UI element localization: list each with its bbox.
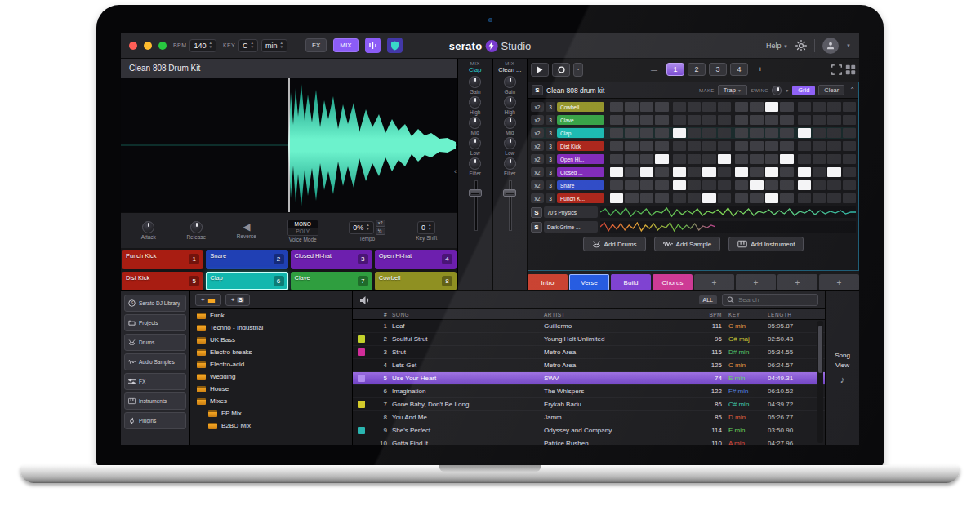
step-grid[interactable]: [606, 141, 856, 151]
count-chip[interactable]: 3: [546, 167, 555, 177]
count-chip[interactable]: 3: [546, 102, 555, 112]
clear-button[interactable]: Clear: [818, 85, 844, 95]
step-grid[interactable]: [606, 154, 856, 164]
sidebar-item-plugins[interactable]: Plugins: [124, 412, 186, 429]
search-box[interactable]: [722, 294, 818, 306]
repeat-chip[interactable]: x2: [531, 180, 544, 190]
sidebar-item-instruments[interactable]: Instruments: [124, 392, 186, 410]
track-row[interactable]: 8You And MeJamm85D min05:26.77: [353, 411, 825, 424]
column-key[interactable]: KEY: [728, 312, 768, 317]
track-row[interactable]: 4Lets GetMetro Area125C min06:24.57: [353, 359, 825, 372]
add-sample-button[interactable]: Add Sample: [654, 237, 721, 251]
mixer-collapse-chevron[interactable]: ‹: [454, 167, 457, 175]
pattern-3-button[interactable]: 3: [709, 63, 727, 76]
channel-fader[interactable]: [502, 180, 517, 231]
grid-button[interactable]: Grid: [792, 86, 815, 95]
sidebar-item-serato-dj-library[interactable]: S Serato DJ Library: [124, 295, 186, 312]
reverse-button[interactable]: ◀Reverse: [237, 222, 256, 239]
crate-item-wedding[interactable]: Wedding: [190, 370, 352, 383]
pad-clap[interactable]: Clap6: [206, 272, 287, 291]
count-chip[interactable]: 3: [546, 193, 555, 203]
add-section-button[interactable]: +: [736, 274, 776, 290]
count-in-button[interactable]: ·: [573, 63, 583, 77]
release-knob[interactable]: Release: [186, 221, 206, 240]
step-grid[interactable]: [606, 115, 856, 125]
section-build[interactable]: Build: [611, 274, 651, 290]
step-grid[interactable]: [606, 167, 856, 177]
low-knob[interactable]: Low: [469, 137, 481, 156]
column-song[interactable]: SONG: [392, 312, 544, 317]
sidebar-item-fx[interactable]: FX: [124, 373, 186, 390]
row-label[interactable]: Closed ...: [557, 167, 604, 177]
search-input[interactable]: [737, 295, 810, 304]
column-length[interactable]: LENGTH: [768, 312, 815, 317]
sidebar-item-projects[interactable]: Projects: [124, 314, 186, 331]
repeat-chip[interactable]: x2: [531, 115, 544, 125]
window-close-button[interactable]: [129, 42, 137, 50]
row-label[interactable]: Clave: [557, 115, 604, 125]
speaker-icon[interactable]: [359, 295, 370, 305]
practice-mode-button[interactable]: [387, 38, 403, 53]
step-grid[interactable]: [606, 128, 856, 138]
pad-closed-hihat[interactable]: Closed Hi-hat3: [291, 250, 372, 269]
add-instrument-button[interactable]: Add Instrument: [728, 237, 804, 251]
repeat-chip[interactable]: x2: [531, 154, 544, 164]
key-note-stepper[interactable]: ▲▼: [251, 42, 254, 49]
repeat-chip[interactable]: x2: [531, 193, 544, 203]
add-crate-button[interactable]: +: [195, 294, 221, 306]
key-shift-control[interactable]: 0 ▲▼ Key Shift: [416, 221, 437, 241]
add-section-button[interactable]: +: [777, 274, 817, 290]
track-row[interactable]: 9She's PerfectOdyssey and Company114E mi…: [353, 424, 825, 437]
all-filter-button[interactable]: ALL: [699, 295, 717, 304]
track-row[interactable]: 2Soulful StrutYoung Holt Unlimited96G# m…: [353, 333, 825, 346]
window-minimize-button[interactable]: [144, 42, 152, 50]
pad-punch-kick[interactable]: Punch Kick1: [122, 250, 203, 269]
pattern-1-button[interactable]: 1: [666, 63, 684, 76]
track-row[interactable]: 3StrutMetro Area115D# min05:34.55: [353, 346, 825, 359]
key-shift-stepper[interactable]: ▲▼: [428, 224, 431, 231]
tempo-double-button[interactable]: x2: [376, 220, 385, 227]
count-chip[interactable]: 3: [546, 180, 555, 190]
add-pattern-button[interactable]: +: [751, 63, 769, 76]
add-smart-crate-button[interactable]: +S: [225, 294, 250, 306]
fx-button[interactable]: FX: [305, 38, 327, 52]
add-drums-button[interactable]: Add Drums: [583, 237, 646, 251]
gain-knob[interactable]: Gain: [469, 76, 481, 95]
crate-item-electro-breaks[interactable]: Electro-breaks: [190, 346, 352, 358]
tempo-control[interactable]: 0% ▲▼ x2½ Tempo: [349, 220, 385, 242]
audio-track-dark-grime[interactable]: S Dark Grime ...: [531, 220, 856, 233]
mid-knob[interactable]: Mid: [504, 117, 516, 135]
pad-snare[interactable]: Snare2: [206, 250, 287, 269]
row-label[interactable]: Cowbell: [557, 102, 604, 112]
add-section-button[interactable]: +: [694, 274, 734, 290]
make-style-dropdown[interactable]: Trap ▼: [718, 85, 747, 95]
remove-pattern-button[interactable]: —: [645, 63, 663, 77]
window-zoom-button[interactable]: [158, 42, 167, 50]
pad-cowbell[interactable]: Cowbell8: [375, 272, 457, 291]
fullscreen-icon[interactable]: [831, 64, 842, 75]
channel-fader[interactable]: [468, 180, 483, 231]
repeat-chip[interactable]: x2: [531, 141, 544, 151]
tempo-half-button[interactable]: ½: [376, 228, 385, 235]
sidebar-item-audio-samples[interactable]: Audio Samples: [124, 353, 186, 370]
sample-waveform-display[interactable]: [121, 78, 457, 212]
collapse-panel-chevron[interactable]: ⌃: [849, 86, 855, 94]
pad-dist-kick[interactable]: Dist Kick5: [122, 272, 203, 291]
mix-button[interactable]: MIX: [333, 38, 358, 52]
user-account-button[interactable]: [822, 38, 839, 54]
pad-open-hihat[interactable]: Open Hi-hat4: [375, 250, 457, 269]
high-knob[interactable]: High: [504, 96, 516, 115]
row-label[interactable]: Open Hi...: [557, 154, 604, 164]
pad-view-icon[interactable]: [845, 64, 856, 75]
crate-item-fp-mix[interactable]: FP Mix: [190, 407, 352, 419]
filter-knob[interactable]: Filter: [504, 157, 516, 176]
track-row[interactable]: 1LeafGuillermo111C min05:05.87: [353, 320, 825, 333]
record-button[interactable]: [552, 63, 570, 77]
low-knob[interactable]: Low: [504, 137, 516, 156]
tempo-stepper[interactable]: ▲▼: [366, 224, 369, 231]
song-view-tab[interactable]: Song View ♪: [825, 291, 859, 445]
bpm-control[interactable]: BPM 140 ▲▼: [173, 39, 216, 52]
step-grid[interactable]: [606, 180, 856, 190]
mid-knob[interactable]: Mid: [469, 117, 481, 135]
attack-knob[interactable]: Attack: [141, 221, 156, 240]
